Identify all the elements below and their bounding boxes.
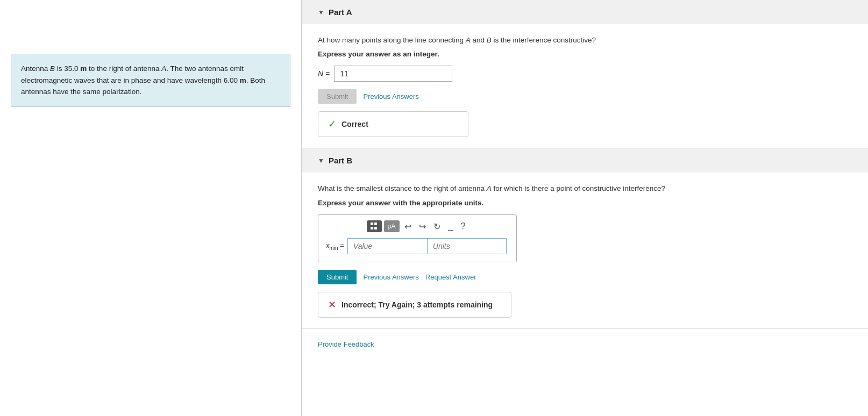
part-b-question: What is the smallest distance to the rig… — [318, 183, 852, 194]
check-icon: ✓ — [328, 118, 336, 130]
part-b-section: ▼ Part B What is the smallest distance t… — [302, 148, 868, 328]
math-variable-label: xmin = — [326, 241, 344, 251]
part-b-header: ▼ Part B — [302, 148, 868, 173]
undo-button[interactable]: ↩ — [402, 220, 414, 233]
part-a-input[interactable] — [334, 66, 452, 82]
math-inputs-row: xmin = — [326, 238, 509, 254]
part-b-result-text: Incorrect; Try Again; 3 attempts remaini… — [341, 300, 493, 309]
part-a-result-text: Correct — [341, 120, 368, 128]
part-a-instruction: Express your answer as an integer. — [318, 50, 852, 58]
math-value-input[interactable] — [347, 238, 427, 254]
right-panel: ▼ Part A At how many points along the li… — [302, 0, 868, 416]
part-a-action-row: Submit Previous Answers — [318, 89, 852, 104]
part-a-section: ▼ Part A At how many points along the li… — [302, 0, 868, 148]
part-a-question: At how many points along the line connec… — [318, 35, 852, 46]
problem-box: Antenna B is 35.0 m to the right of ante… — [11, 54, 290, 107]
math-units-input[interactable] — [427, 238, 507, 254]
part-b-chevron-icon: ▼ — [318, 157, 324, 164]
part-a-answer-row: N = — [318, 66, 852, 82]
mu-a-label: μA — [388, 223, 396, 230]
part-a-chevron-icon: ▼ — [318, 9, 324, 16]
part-a-label: N = — [318, 69, 330, 78]
part-b-result-box: ✕ Incorrect; Try Again; 3 attempts remai… — [318, 292, 511, 318]
part-b-submit-button[interactable]: Submit — [318, 270, 357, 284]
part-a-header: ▼ Part A — [302, 0, 868, 24]
provide-feedback-link[interactable]: Provide Feedback — [318, 340, 374, 348]
problem-text: Antenna B is 35.0 m to the right of ante… — [21, 64, 265, 96]
part-a-title: Part A — [329, 8, 352, 17]
mu-a-button[interactable]: μA — [384, 220, 400, 232]
part-a-previous-answers-link[interactable]: Previous Answers — [363, 92, 418, 101]
part-a-submit-button[interactable]: Submit — [318, 89, 357, 104]
part-b-title: Part B — [329, 156, 352, 165]
keyboard-button[interactable]: ⎯ — [445, 220, 456, 232]
part-b-instruction: Express your answer with the appropriate… — [318, 199, 852, 207]
grid-button[interactable] — [367, 220, 382, 232]
math-input-widget: μA ↩ ↪ ↻ ⎯ ? xmin = — [318, 214, 517, 262]
part-b-action-row: Submit Previous Answers Request Answer — [318, 270, 852, 284]
part-b-previous-answers-link[interactable]: Previous Answers — [363, 273, 418, 281]
redo-button[interactable]: ↪ — [416, 220, 429, 233]
reset-button[interactable]: ↻ — [431, 220, 443, 233]
feedback-section: Provide Feedback — [302, 329, 868, 359]
part-b-request-answer-link[interactable]: Request Answer — [425, 273, 476, 281]
math-toolbar: μA ↩ ↪ ↻ ⎯ ? — [326, 220, 509, 233]
grid-icon — [371, 223, 378, 230]
part-a-result-box: ✓ Correct — [318, 111, 468, 137]
help-button[interactable]: ? — [458, 220, 468, 232]
x-icon: ✕ — [328, 299, 336, 311]
left-panel: Antenna B is 35.0 m to the right of ante… — [0, 0, 301, 416]
